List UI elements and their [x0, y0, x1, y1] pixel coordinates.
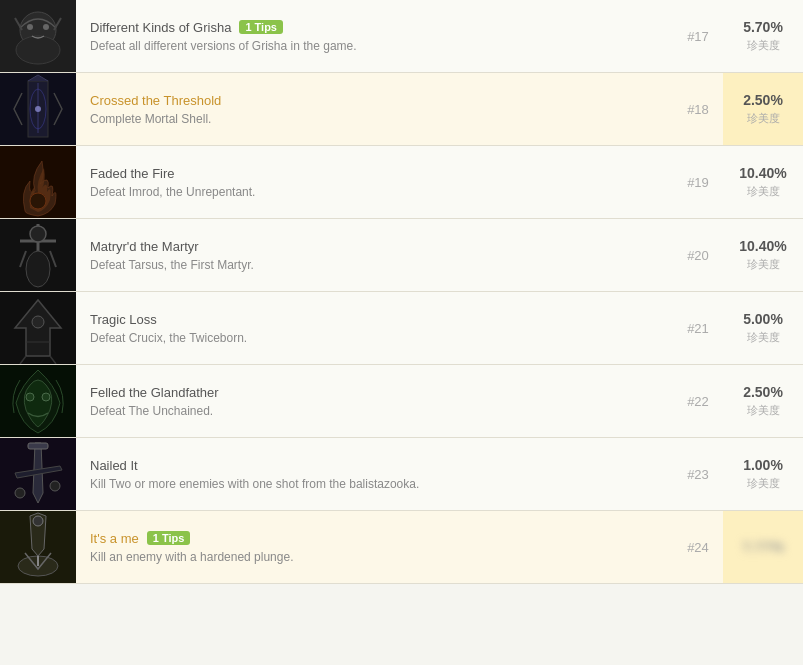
achievement-title-nailed-it: Nailed It: [90, 458, 138, 473]
achievement-rarity-nailed-it: 1.00%珍美度: [723, 438, 803, 510]
svg-point-4: [43, 24, 49, 30]
achievement-title-row-nailed-it: Nailed It: [90, 458, 659, 473]
achievement-content-tragic-loss: Tragic LossDefeat Crucix, the Twiceborn.: [76, 292, 673, 364]
achievement-desc-different-kinds-of-grisha: Defeat all different versions of Grisha …: [90, 39, 659, 53]
svg-point-25: [15, 488, 25, 498]
achievement-title-row-tragic-loss: Tragic Loss: [90, 312, 659, 327]
achievement-desc-its-a-me: Kill an enemy with a hardened plunge.: [90, 550, 659, 564]
achievement-row-nailed-it: Nailed ItKill Two or more enemies with o…: [0, 438, 803, 511]
rarity-label-nailed-it: 珍美度: [747, 476, 780, 491]
achievement-title-tragic-loss: Tragic Loss: [90, 312, 157, 327]
achievement-desc-faded-the-fire: Defeat Imrod, the Unrepentant.: [90, 185, 659, 199]
achievement-thumbnail-tragic-loss: [0, 292, 76, 364]
rarity-percent-tragic-loss: 5.00%: [743, 311, 783, 327]
achievement-desc-felled-the-glandfather: Defeat The Unchained.: [90, 404, 659, 418]
rarity-label-different-kinds-of-grisha: 珍美度: [747, 38, 780, 53]
achievement-content-different-kinds-of-grisha: Different Kinds of Grisha1 TipsDefeat al…: [76, 0, 673, 72]
achievement-content-matryr-the-martyr: Matryr'd the MartyrDefeat Tarsus, the Fi…: [76, 219, 673, 291]
svg-point-15: [30, 226, 46, 242]
achievement-rank-matryr-the-martyr: #20: [673, 219, 723, 291]
achievement-rarity-crossed-the-threshold: 2.50%珍美度: [723, 73, 803, 145]
achievement-row-crossed-the-threshold: Crossed the ThresholdComplete Mortal She…: [0, 73, 803, 146]
svg-point-26: [50, 481, 60, 491]
svg-point-9: [35, 106, 41, 112]
tip-badge-its-a-me[interactable]: 1 Tips: [147, 531, 191, 545]
achievement-rank-its-a-me: #24: [673, 511, 723, 583]
svg-point-22: [42, 393, 50, 401]
svg-point-30: [33, 516, 43, 526]
achievement-desc-nailed-it: Kill Two or more enemies with one shot f…: [90, 477, 659, 491]
rarity-percent-nailed-it: 1.00%: [743, 457, 783, 473]
achievement-rarity-its-a-me: ?.??%: [723, 511, 803, 583]
achievement-title-row-its-a-me: It's a me1 Tips: [90, 531, 659, 546]
achievement-thumbnail-different-kinds-of-grisha: [0, 0, 76, 72]
rarity-percent-different-kinds-of-grisha: 5.70%: [743, 19, 783, 35]
achievement-content-felled-the-glandfather: Felled the GlandfatherDefeat The Unchain…: [76, 365, 673, 437]
achievement-title-row-faded-the-fire: Faded the Fire: [90, 166, 659, 181]
achievement-title-different-kinds-of-grisha: Different Kinds of Grisha: [90, 20, 231, 35]
rarity-percent-its-a-me: ?.??%: [742, 539, 784, 555]
achievement-desc-crossed-the-threshold: Complete Mortal Shell.: [90, 112, 659, 126]
svg-point-11: [30, 193, 46, 209]
rarity-label-faded-the-fire: 珍美度: [747, 184, 780, 199]
achievement-content-faded-the-fire: Faded the FireDefeat Imrod, the Unrepent…: [76, 146, 673, 218]
achievement-rarity-felled-the-glandfather: 2.50%珍美度: [723, 365, 803, 437]
achievement-thumbnail-crossed-the-threshold: [0, 73, 76, 145]
rarity-label-crossed-the-threshold: 珍美度: [747, 111, 780, 126]
svg-point-18: [32, 316, 44, 328]
svg-point-21: [26, 393, 34, 401]
achievement-rarity-tragic-loss: 5.00%珍美度: [723, 292, 803, 364]
rarity-label-tragic-loss: 珍美度: [747, 330, 780, 345]
achievement-list: Different Kinds of Grisha1 TipsDefeat al…: [0, 0, 803, 584]
achievement-row-its-a-me: It's a me1 TipsKill an enemy with a hard…: [0, 511, 803, 584]
achievement-row-different-kinds-of-grisha: Different Kinds of Grisha1 TipsDefeat al…: [0, 0, 803, 73]
achievement-title-row-different-kinds-of-grisha: Different Kinds of Grisha1 Tips: [90, 20, 659, 35]
achievement-thumbnail-faded-the-fire: [0, 146, 76, 218]
achievement-rarity-faded-the-fire: 10.40%珍美度: [723, 146, 803, 218]
svg-rect-24: [28, 443, 48, 449]
achievement-rank-tragic-loss: #21: [673, 292, 723, 364]
achievement-row-matryr-the-martyr: Matryr'd the MartyrDefeat Tarsus, the Fi…: [0, 219, 803, 292]
achievement-title-felled-the-glandfather: Felled the Glandfather: [90, 385, 219, 400]
achievement-rank-different-kinds-of-grisha: #17: [673, 0, 723, 72]
achievement-thumbnail-nailed-it: [0, 438, 76, 510]
tip-badge-different-kinds-of-grisha[interactable]: 1 Tips: [239, 20, 283, 34]
achievement-rank-crossed-the-threshold: #18: [673, 73, 723, 145]
achievement-rank-faded-the-fire: #19: [673, 146, 723, 218]
achievement-title-its-a-me[interactable]: It's a me: [90, 531, 139, 546]
svg-point-16: [26, 251, 50, 287]
achievement-content-its-a-me: It's a me1 TipsKill an enemy with a hard…: [76, 511, 673, 583]
achievement-thumbnail-its-a-me: [0, 511, 76, 583]
achievement-title-crossed-the-threshold[interactable]: Crossed the Threshold: [90, 93, 221, 108]
rarity-percent-faded-the-fire: 10.40%: [739, 165, 786, 181]
achievement-row-felled-the-glandfather: Felled the GlandfatherDefeat The Unchain…: [0, 365, 803, 438]
rarity-percent-felled-the-glandfather: 2.50%: [743, 384, 783, 400]
achievement-thumbnail-felled-the-glandfather: [0, 365, 76, 437]
achievement-content-nailed-it: Nailed ItKill Two or more enemies with o…: [76, 438, 673, 510]
achievement-row-faded-the-fire: Faded the FireDefeat Imrod, the Unrepent…: [0, 146, 803, 219]
achievement-title-matryr-the-martyr: Matryr'd the Martyr: [90, 239, 199, 254]
achievement-title-row-crossed-the-threshold: Crossed the Threshold: [90, 93, 659, 108]
achievement-rank-nailed-it: #23: [673, 438, 723, 510]
rarity-label-matryr-the-martyr: 珍美度: [747, 257, 780, 272]
achievement-desc-matryr-the-martyr: Defeat Tarsus, the First Martyr.: [90, 258, 659, 272]
achievement-thumbnail-matryr-the-martyr: [0, 219, 76, 291]
achievement-row-tragic-loss: Tragic LossDefeat Crucix, the Twiceborn.…: [0, 292, 803, 365]
achievement-title-faded-the-fire: Faded the Fire: [90, 166, 175, 181]
achievement-content-crossed-the-threshold: Crossed the ThresholdComplete Mortal She…: [76, 73, 673, 145]
achievement-rarity-different-kinds-of-grisha: 5.70%珍美度: [723, 0, 803, 72]
rarity-label-felled-the-glandfather: 珍美度: [747, 403, 780, 418]
achievement-title-row-matryr-the-martyr: Matryr'd the Martyr: [90, 239, 659, 254]
svg-point-3: [27, 24, 33, 30]
achievement-rarity-matryr-the-martyr: 10.40%珍美度: [723, 219, 803, 291]
svg-point-2: [16, 36, 60, 64]
achievement-rank-felled-the-glandfather: #22: [673, 365, 723, 437]
achievement-title-row-felled-the-glandfather: Felled the Glandfather: [90, 385, 659, 400]
rarity-percent-matryr-the-martyr: 10.40%: [739, 238, 786, 254]
achievement-desc-tragic-loss: Defeat Crucix, the Twiceborn.: [90, 331, 659, 345]
rarity-percent-crossed-the-threshold: 2.50%: [743, 92, 783, 108]
